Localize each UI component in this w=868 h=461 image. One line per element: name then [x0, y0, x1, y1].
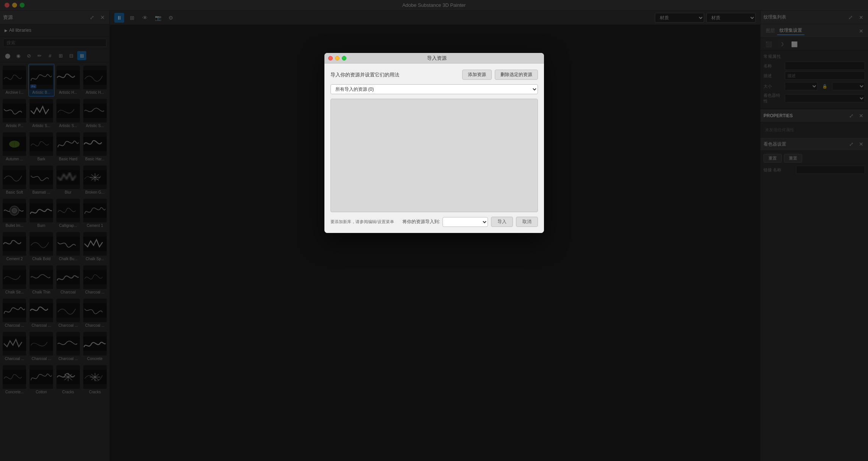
add-resource-btn[interactable]: 添加资源 — [462, 70, 492, 80]
dialog-content-area — [330, 99, 538, 212]
import-btn[interactable]: 导入 — [491, 217, 513, 227]
dialog-select-row: 所有导入的资源 (0) — [330, 84, 538, 94]
dialog-title: 导入资源 — [333, 55, 540, 62]
delete-resource-btn[interactable]: 删除选定的资源 — [495, 70, 538, 80]
dialog-overlay: 导入资源 导入你的资源并设置它们的用法 添加资源 删除选定的资源 所有导入的资源… — [0, 0, 868, 461]
cancel-btn[interactable]: 取消 — [516, 217, 538, 227]
dialog-header-row: 导入你的资源并设置它们的用法 添加资源 删除选定的资源 — [330, 70, 538, 80]
imported-resources-select[interactable]: 所有导入的资源 (0) — [330, 84, 538, 94]
dialog-header-text: 导入你的资源并设置它们的用法 — [330, 71, 459, 78]
dialog-close-btn[interactable] — [328, 56, 333, 61]
dialog-body: 导入你的资源并设置它们的用法 添加资源 删除选定的资源 所有导入的资源 (0) … — [324, 64, 544, 233]
import-to-group: 将你的资源导入到: — [402, 217, 488, 227]
import-dialog: 导入资源 导入你的资源并设置它们的用法 添加资源 删除选定的资源 所有导入的资源… — [324, 53, 544, 233]
import-to-select[interactable] — [443, 217, 488, 227]
dialog-titlebar: 导入资源 — [324, 53, 544, 64]
import-to-label: 将你的资源导入到: — [402, 219, 440, 225]
dialog-footer: 要添加新库，请参阅编辑/设置菜单 将你的资源导入到: 导入 取消 — [330, 217, 538, 227]
dialog-footer-hint: 要添加新库，请参阅编辑/设置菜单 — [330, 219, 400, 225]
